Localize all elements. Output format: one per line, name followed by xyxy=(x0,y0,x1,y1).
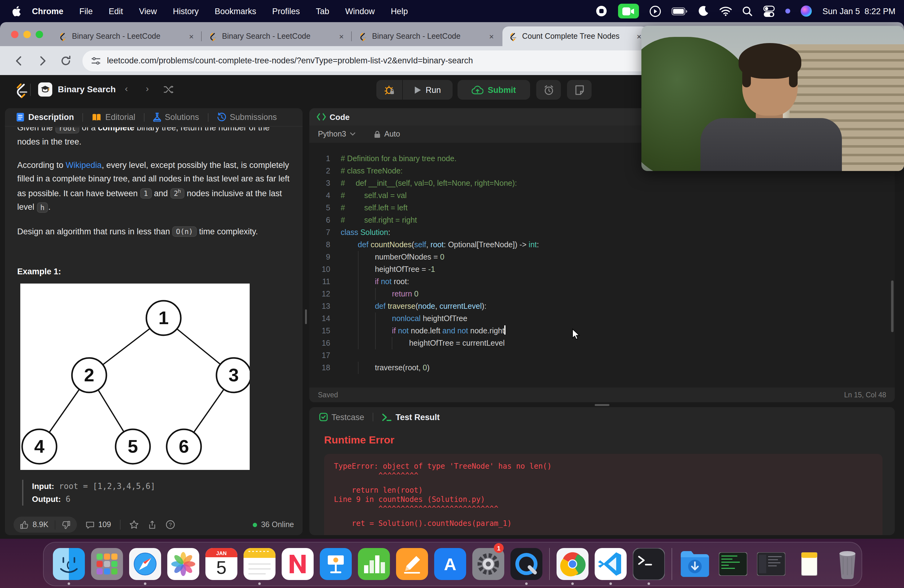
dock-icon-launchpad[interactable] xyxy=(88,542,126,586)
menu-item-help[interactable]: Help xyxy=(383,6,416,16)
menu-item-edit[interactable]: Edit xyxy=(101,6,131,16)
code-editor[interactable]: 1# Definition for a binary tree node.2# … xyxy=(309,143,895,387)
menu-app-name[interactable]: Chrome xyxy=(32,6,71,16)
run-button[interactable]: Run xyxy=(403,85,453,95)
editor-scrollbar[interactable] xyxy=(891,280,893,332)
leetcode-logo-icon[interactable] xyxy=(14,82,29,98)
tab-solutions[interactable]: Solutions xyxy=(152,112,200,122)
tab-close-icon[interactable]: × xyxy=(631,32,642,41)
tab-close-icon[interactable]: × xyxy=(483,32,494,41)
code-line-6[interactable]: 6# self.right = right xyxy=(309,214,895,226)
battery-icon[interactable] xyxy=(672,7,688,15)
tab-close-icon[interactable]: × xyxy=(333,32,344,41)
code-line-17[interactable]: 17 xyxy=(309,349,895,362)
moon-icon[interactable] xyxy=(698,6,710,17)
submit-button[interactable]: Submit xyxy=(458,80,530,100)
like-button[interactable]: 8.9K xyxy=(14,520,54,529)
menu-item-tab[interactable]: Tab xyxy=(308,6,337,16)
panel-resize-handle-vertical[interactable] xyxy=(305,309,307,324)
help-button[interactable]: ? xyxy=(165,520,175,530)
code-line-10[interactable]: 10heightOfTree = -1 xyxy=(309,263,895,275)
forward-button[interactable] xyxy=(37,55,48,66)
window-zoom-button[interactable] xyxy=(36,31,43,38)
tab-test-result[interactable]: Test Result xyxy=(381,413,441,422)
code-line-3[interactable]: 3# def __init__(self, val=0, left=None, … xyxy=(309,177,895,190)
next-problem-icon[interactable]: › xyxy=(146,83,149,93)
wikipedia-link[interactable]: Wikipedia xyxy=(66,161,102,170)
browser-tab-2[interactable]: Binary Search - LeetCode× xyxy=(202,27,350,46)
dock-icon-thumb-window[interactable] xyxy=(752,542,790,586)
apple-menu-icon[interactable] xyxy=(12,6,21,16)
dock-icon-calendar[interactable]: JAN5 xyxy=(202,542,240,586)
dock-icon-trash[interactable] xyxy=(828,542,866,586)
tab-submissions[interactable]: Submissions xyxy=(215,112,278,122)
code-line-13[interactable]: 13def traverse(node, currentLevel): xyxy=(309,300,895,313)
browser-tab-1[interactable]: Binary Search - LeetCode× xyxy=(52,27,200,46)
language-selector[interactable]: Python3 xyxy=(318,130,356,138)
tab-description[interactable]: Description xyxy=(15,112,75,122)
dock-icon-vscode[interactable] xyxy=(592,542,630,586)
dock-icon-appstore[interactable]: A xyxy=(431,542,469,586)
problem-list-icon[interactable] xyxy=(38,82,52,96)
code-line-4[interactable]: 4# self.val = val xyxy=(309,190,895,202)
panel-resize-handle-horizontal[interactable] xyxy=(595,404,609,406)
dock-icon-terminal[interactable] xyxy=(630,542,668,586)
dock-icon-chrome[interactable] xyxy=(553,542,592,586)
dock-icon-pages[interactable] xyxy=(393,542,431,586)
debug-button[interactable] xyxy=(376,85,402,95)
dock-icon-finder[interactable] xyxy=(50,542,88,586)
record-icon[interactable] xyxy=(596,5,608,17)
code-line-11[interactable]: 11if not root: xyxy=(309,275,895,288)
siri-icon[interactable] xyxy=(801,6,812,17)
code-line-18[interactable]: 18traverse(root, 0) xyxy=(309,362,895,374)
play-circle-icon[interactable] xyxy=(650,5,661,17)
dock-icon-notes[interactable] xyxy=(240,542,278,586)
address-bar[interactable]: leetcode.com/problems/count-complete-tre… xyxy=(82,50,703,71)
spotlight-icon[interactable] xyxy=(743,6,753,16)
reload-button[interactable] xyxy=(60,55,71,66)
shuffle-icon[interactable] xyxy=(164,85,174,94)
dock-icon-photos[interactable] xyxy=(164,542,202,586)
code-line-9[interactable]: 9numberOfNodes = 0 xyxy=(309,251,895,263)
code-line-16[interactable]: 16heightOfTree = currentLevel xyxy=(309,337,895,349)
browser-tab-3[interactable]: Binary Search - LeetCode× xyxy=(352,27,500,46)
window-minimize-button[interactable] xyxy=(24,31,31,38)
favorite-button[interactable] xyxy=(129,520,139,530)
dock-icon-numbers[interactable] xyxy=(355,542,393,586)
dock-icon-safari[interactable] xyxy=(126,542,164,586)
menu-item-window[interactable]: Window xyxy=(337,6,383,16)
screen-recording-icon[interactable] xyxy=(618,4,639,19)
code-line-14[interactable]: 14nonlocal heightOfTree xyxy=(309,313,895,325)
notes-button[interactable] xyxy=(567,80,592,100)
code-line-7[interactable]: 7class Solution: xyxy=(309,226,895,239)
menu-item-file[interactable]: File xyxy=(71,6,101,16)
window-close-button[interactable] xyxy=(11,31,19,38)
dock-icon-downloads[interactable] xyxy=(676,542,714,586)
dock-icon-thumb-note[interactable] xyxy=(790,542,828,586)
tab-editorial[interactable]: Editorial xyxy=(91,112,137,122)
dock-icon-thumb-terminal[interactable] xyxy=(714,542,752,586)
menu-item-history[interactable]: History xyxy=(165,6,207,16)
back-button[interactable] xyxy=(14,55,25,66)
site-settings-icon[interactable] xyxy=(91,56,101,65)
menu-clock[interactable]: Sun Jan 5 8:22 PM xyxy=(822,6,895,16)
control-center-icon[interactable] xyxy=(763,5,775,17)
menu-item-profiles[interactable]: Profiles xyxy=(264,6,308,16)
comments-button[interactable]: 109 xyxy=(85,520,111,529)
dislike-button[interactable] xyxy=(54,520,77,529)
wifi-icon[interactable] xyxy=(720,6,732,16)
problem-list-title[interactable]: Binary Search xyxy=(58,84,115,94)
prev-problem-icon[interactable]: ‹ xyxy=(125,83,128,93)
menu-item-bookmarks[interactable]: Bookmarks xyxy=(207,6,264,16)
menu-item-view[interactable]: View xyxy=(131,6,165,16)
code-line-8[interactable]: 8def countNodes(self, root: Optional[Tre… xyxy=(309,239,895,251)
auto-toggle[interactable]: Auto xyxy=(374,130,400,138)
code-line-15[interactable]: 15if not node.left and not node.right xyxy=(309,325,895,337)
browser-tab-4[interactable]: Count Complete Tree Nodes× xyxy=(503,27,648,46)
dock-icon-quicktime[interactable] xyxy=(507,542,545,586)
dock-icon-settings[interactable]: 1 xyxy=(469,542,507,586)
dock-icon-keynote[interactable] xyxy=(317,542,355,586)
share-button[interactable] xyxy=(147,520,156,529)
code-line-12[interactable]: 12return 0 xyxy=(309,288,895,300)
code-line-5[interactable]: 5# self.left = left xyxy=(309,202,895,214)
